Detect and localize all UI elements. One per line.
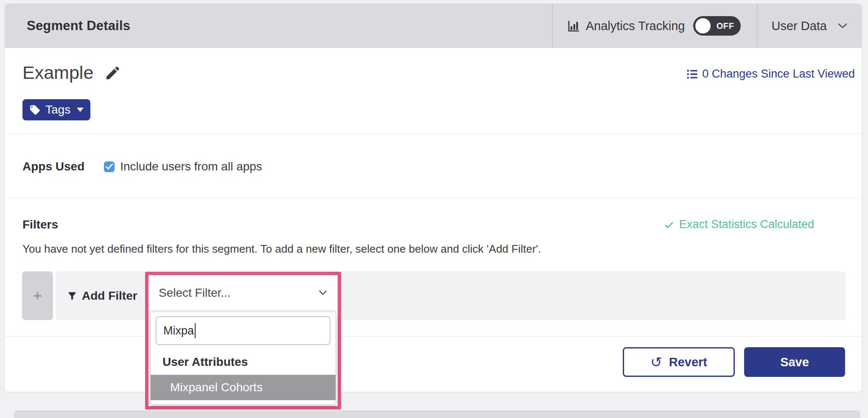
text-caret — [195, 323, 196, 338]
segment-name: Example — [22, 62, 93, 83]
option-group-header: User Attributes — [162, 355, 336, 369]
undo-icon: ↺ — [650, 355, 662, 369]
changes-since-last-viewed-link[interactable]: 0 Changes Since Last Viewed — [686, 67, 855, 81]
funnel-icon — [67, 290, 78, 301]
select-filter-dropdown[interactable]: Select Filter... — [148, 275, 338, 311]
filter-search-value: Mixpa — [163, 324, 194, 337]
footer-section: ↺ Revert Save — [5, 336, 862, 393]
apps-used-label: Apps Used — [22, 160, 84, 173]
tags-button[interactable]: Tags — [22, 99, 90, 120]
include-all-apps-label: Include users from all apps — [120, 160, 262, 173]
analytics-tracking-label: Analytics Tracking — [586, 19, 685, 33]
title-section: Example Tags — [5, 48, 862, 133]
user-data-label: User Data — [771, 19, 827, 33]
next-panel-header-bar — [14, 410, 860, 418]
list-icon — [686, 68, 698, 80]
revert-button[interactable]: ↺ Revert — [623, 347, 735, 377]
toggle-state-label: OFF — [717, 21, 734, 31]
toggle-knob — [695, 18, 711, 33]
filter-search-input[interactable]: Mixpa — [156, 316, 330, 345]
select-filter-highlight-box: Select Filter... Mixpa User Attributes M… — [145, 272, 341, 410]
plus-icon: + — [34, 288, 42, 304]
apps-used-section: Apps Used Include users from all apps — [5, 133, 862, 198]
filter-options-panel: Mixpa User Attributes Mixpanel Cohorts — [150, 312, 336, 405]
save-button-label: Save — [780, 355, 809, 369]
filters-section: Filters Exact Statistics Calculated You … — [5, 198, 862, 336]
caret-down-icon — [77, 108, 84, 112]
select-filter-value: Select Filter... — [159, 286, 231, 300]
exact-statistics-status: Exact Statistics Calculated — [664, 218, 814, 231]
user-data-dropdown[interactable]: User Data — [758, 4, 862, 48]
save-button[interactable]: Save — [744, 347, 845, 377]
option-mixpanel-cohorts[interactable]: Mixpanel Cohorts — [151, 375, 336, 400]
filters-empty-text: You have not yet defined filters for thi… — [22, 242, 541, 256]
analytics-tracking-toggle[interactable]: OFF — [693, 16, 741, 36]
card-header: Segment Details Analytics Tracking OFF U… — [5, 4, 862, 48]
filters-heading: Filters — [22, 218, 58, 231]
bar-chart-icon — [567, 19, 581, 33]
include-all-apps-checkbox[interactable] — [104, 162, 115, 172]
changes-link-label: 0 Changes Since Last Viewed — [702, 67, 855, 81]
chevron-down-icon — [319, 290, 327, 295]
segment-details-card: Segment Details Analytics Tracking OFF U… — [4, 3, 862, 392]
chevron-down-icon — [838, 23, 847, 29]
analytics-tracking-group: Analytics Tracking OFF — [553, 4, 757, 48]
page-title: Segment Details — [27, 18, 130, 33]
add-filter-plus-button[interactable]: + — [22, 271, 53, 320]
add-filter-label: Add Filter — [82, 289, 137, 303]
revert-button-label: Revert — [669, 355, 707, 369]
exact-statistics-label: Exact Statistics Calculated — [679, 218, 814, 231]
edit-pencil-icon[interactable] — [104, 64, 121, 81]
tag-icon — [29, 104, 41, 116]
check-icon — [664, 219, 675, 230]
tags-button-label: Tags — [45, 103, 70, 117]
